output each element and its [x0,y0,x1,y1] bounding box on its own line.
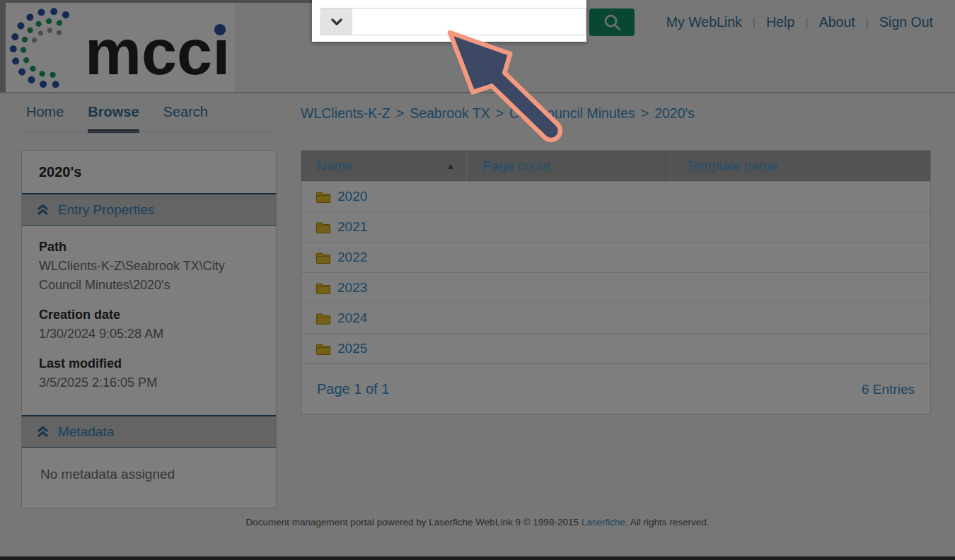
breadcrumb-separator: > [641,105,649,121]
entry-properties-body: Path WLClients-K-Z\Seabrook TX\City Coun… [22,226,276,415]
field-label-last-modified: Last modified [39,356,259,371]
search-group [320,8,586,35]
table-row: 2025 [301,333,930,363]
top-navigation: My WebLink | Help | About | Sign Out [666,14,933,30]
field-label-creation-date: Creation date [39,308,259,322]
search-input[interactable] [352,8,586,35]
folder-icon [316,221,331,233]
header-divider [0,92,955,93]
mcci-logo-icon: mccı [6,3,234,92]
table-row: 2024 [301,303,930,333]
breadcrumb-item[interactable]: Seabrook TX [410,105,490,121]
folder-link[interactable]: 2025 [337,341,367,356]
breadcrumb-separator: > [496,105,504,121]
breadcrumb-item[interactable]: WLClients-K-Z [301,105,390,121]
nav-help[interactable]: Help [766,14,794,30]
field-value-path: WLClients-K-Z\Seabrook TX\City Council M… [39,257,259,295]
folder-link[interactable]: 2021 [337,219,367,235]
column-header-template-name[interactable]: Template name [671,151,930,181]
nav-separator: | [866,16,869,30]
nav-separator: | [753,16,756,30]
entry-properties-header[interactable]: Entry Properties [22,193,276,226]
collapse-double-chevron-icon [37,426,49,438]
table-row: 2021 [301,211,930,242]
sort-asc-icon: ▲ [446,161,455,171]
table-footer: Page 1 of 1 6 Entries [301,363,930,414]
tab-search[interactable]: Search [163,104,208,133]
tab-home[interactable]: Home [26,104,64,133]
table-row: 2023 [301,272,930,303]
collapse-double-chevron-icon [37,204,49,216]
laserfiche-link[interactable]: Laserfiche. [581,517,628,527]
table-row: 2022 [301,242,930,272]
nav-about[interactable]: About [819,14,855,30]
breadcrumb-item[interactable]: City Council Minutes [509,105,635,121]
nav-my-weblink[interactable]: My WebLink [666,14,742,30]
footer-rights-text: All rights reserved. [630,517,710,527]
folder-icon [316,343,331,355]
magnifier-icon [603,13,622,32]
chevron-down-icon [331,18,342,25]
search-button[interactable] [589,8,635,36]
field-label-path: Path [39,240,259,255]
breadcrumb-separator: > [396,105,404,121]
column-label: Page count [482,158,550,174]
entry-sidebar: 2020's Entry Properties Path WLClients-K… [21,150,277,508]
folder-icon [316,252,331,264]
entry-title: 2020's [22,151,276,193]
breadcrumb-item-current[interactable]: 2020's [654,105,695,121]
site-footer: Document management portal powered by La… [0,517,955,527]
tab-browse[interactable]: Browse [88,104,139,133]
folder-icon [316,282,331,294]
table-row: 2020 [301,181,930,211]
weblink-portal-page: mccı My WebLink | Help | About | Sign Ou… [0,0,955,560]
folder-icon [316,313,331,325]
section-label: Metadata [58,424,114,440]
field-value-creation-date: 1/30/2024 9:05:28 AM [39,325,259,344]
metadata-header[interactable]: Metadata [22,415,276,448]
page-indicator: Page 1 of 1 [317,381,389,397]
folder-link[interactable]: 2020 [337,189,367,204]
tabbar-divider [21,132,277,132]
metadata-body: No metadata assigned [22,448,276,508]
folder-icon [316,191,331,203]
folder-link[interactable]: 2022 [337,250,367,265]
entries-count: 6 Entries [862,382,915,397]
column-label: Template name [686,158,778,174]
nav-sign-out[interactable]: Sign Out [879,14,933,30]
table-header: Name ▲ Page count Template name [301,151,930,181]
folder-link[interactable]: 2023 [337,280,367,296]
footer-text: Document management portal powered by La… [245,517,578,527]
svg-text:mccı: mccı [85,17,230,88]
column-label: Name [317,158,353,174]
entry-table: Name ▲ Page count Template name 2020 202… [301,150,931,415]
section-label: Entry Properties [58,202,154,218]
window-edge-left [0,0,6,93]
mcci-logo[interactable]: mccı [6,3,234,92]
main-tabs: Home Browse Search [26,104,208,133]
search-highlight-panel [312,0,586,42]
column-header-name[interactable]: Name ▲ [301,151,467,181]
breadcrumb: WLClients-K-Z>Seabrook TX>City Council M… [301,105,695,122]
metadata-empty-text: No metadata assigned [40,467,175,482]
bottom-edge [0,556,955,560]
folder-link[interactable]: 2024 [337,310,367,326]
nav-separator: | [805,16,808,30]
field-value-last-modified: 3/5/2025 2:16:05 PM [39,373,259,392]
column-header-page-count[interactable]: Page count [467,151,671,181]
search-scope-dropdown[interactable] [321,8,352,35]
